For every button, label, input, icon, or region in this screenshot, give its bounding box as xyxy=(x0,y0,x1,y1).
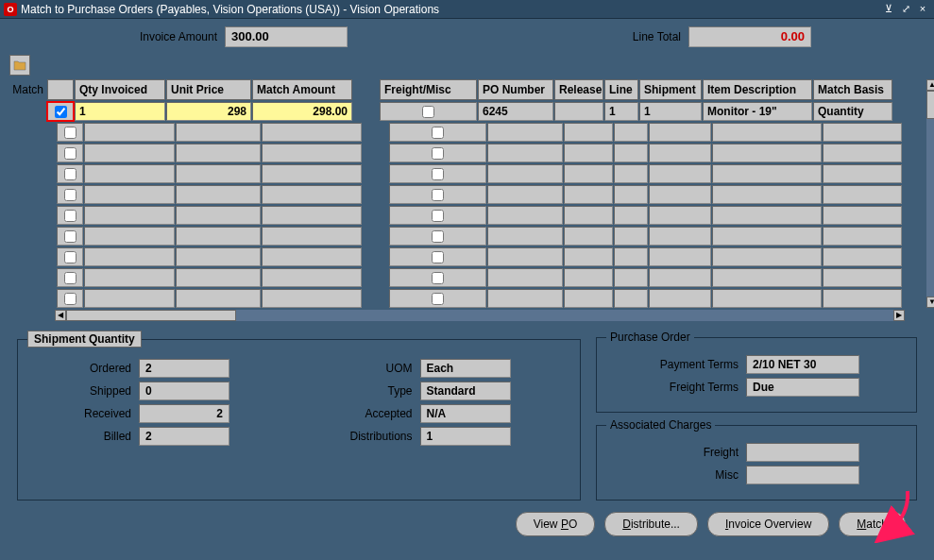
po-number-cell[interactable] xyxy=(487,144,563,162)
unit-price-cell[interactable] xyxy=(176,144,261,162)
line-cell[interactable] xyxy=(614,164,648,183)
scroll-right-icon[interactable]: ▶ xyxy=(893,310,905,321)
ordered-field[interactable]: 2 xyxy=(139,359,229,378)
shipped-field[interactable]: 0 xyxy=(139,382,229,400)
table-row[interactable] xyxy=(47,206,925,225)
vertical-scrollbar[interactable]: ▲ ▼ xyxy=(926,79,934,308)
line-cell[interactable] xyxy=(614,289,648,308)
match-amount-cell[interactable] xyxy=(262,185,362,204)
freight-misc-cell[interactable] xyxy=(389,123,486,142)
col-header-amt[interactable]: Match Amount xyxy=(252,79,352,100)
distributions-field[interactable]: 1 xyxy=(420,427,511,446)
freight-misc-cell[interactable] xyxy=(389,185,486,204)
table-row[interactable] xyxy=(47,185,925,204)
freight-misc-checkbox[interactable] xyxy=(432,210,444,222)
po-number-cell[interactable] xyxy=(487,164,563,183)
table-row[interactable] xyxy=(47,123,925,142)
folder-tool-button[interactable] xyxy=(9,55,30,76)
line-cell[interactable] xyxy=(614,123,648,142)
release-cell[interactable] xyxy=(564,227,613,246)
po-number-cell[interactable] xyxy=(487,268,563,287)
freight-misc-checkbox[interactable] xyxy=(432,189,444,201)
match-amount-cell[interactable] xyxy=(262,227,362,246)
table-row[interactable] xyxy=(47,247,925,266)
unit-price-cell[interactable] xyxy=(176,164,261,183)
item-description-cell[interactable]: Monitor - 19" xyxy=(703,102,812,121)
line-cell[interactable] xyxy=(614,144,648,162)
table-row[interactable] xyxy=(47,227,925,246)
unit-price-cell[interactable] xyxy=(176,268,261,287)
minimize-button[interactable]: ⊻ xyxy=(881,3,896,16)
match-basis-cell[interactable] xyxy=(823,289,902,308)
shipment-cell[interactable] xyxy=(649,123,711,142)
shipment-cell[interactable] xyxy=(649,185,711,204)
freight-misc-checkbox[interactable] xyxy=(432,272,444,284)
match-checkbox[interactable] xyxy=(64,272,76,284)
po-number-cell[interactable] xyxy=(487,289,563,308)
scroll-up-icon[interactable]: ▲ xyxy=(926,79,934,91)
release-cell[interactable] xyxy=(564,123,613,142)
match-checkbox-cell[interactable] xyxy=(57,164,83,183)
match-checkbox[interactable] xyxy=(64,168,76,180)
col-header-po-number[interactable]: PO Number xyxy=(478,79,553,100)
match-checkbox-cell[interactable] xyxy=(57,144,83,162)
freight-misc-checkbox[interactable] xyxy=(432,147,444,160)
po-number-cell[interactable]: 6245 xyxy=(478,102,553,121)
unit-price-cell[interactable] xyxy=(176,123,261,142)
line-cell[interactable]: 1 xyxy=(604,102,638,121)
release-cell[interactable] xyxy=(554,102,603,121)
accepted-field[interactable]: N/A xyxy=(420,404,511,423)
table-row[interactable] xyxy=(47,289,925,308)
match-checkbox[interactable] xyxy=(64,293,76,305)
col-header-description[interactable]: Item Description xyxy=(703,79,812,100)
match-amount-cell[interactable]: 298.00 xyxy=(252,102,352,121)
qty-invoiced-cell[interactable] xyxy=(84,247,175,266)
qty-invoiced-cell[interactable] xyxy=(84,144,175,162)
release-cell[interactable] xyxy=(564,289,613,308)
match-checkbox-cell[interactable] xyxy=(57,206,83,225)
col-header-line[interactable]: Line xyxy=(604,79,638,100)
freight-misc-checkbox[interactable] xyxy=(432,293,444,305)
match-basis-cell[interactable] xyxy=(823,164,902,183)
item-description-cell[interactable] xyxy=(712,227,822,246)
horizontal-scrollbar[interactable]: ◀ ▶ xyxy=(55,310,905,321)
freight-misc-cell[interactable] xyxy=(389,206,486,225)
match-amount-cell[interactable] xyxy=(262,247,362,266)
misc-field[interactable] xyxy=(746,466,859,484)
match-checkbox[interactable] xyxy=(64,147,76,160)
qty-invoiced-cell[interactable] xyxy=(84,206,175,225)
line-cell[interactable] xyxy=(614,227,648,246)
match-checkbox-cell[interactable] xyxy=(57,185,83,204)
item-description-cell[interactable] xyxy=(712,164,822,183)
unit-price-cell[interactable] xyxy=(176,185,261,204)
match-basis-cell[interactable] xyxy=(823,206,902,225)
release-cell[interactable] xyxy=(564,206,613,225)
item-description-cell[interactable] xyxy=(712,268,822,287)
received-field[interactable]: 2 xyxy=(139,404,229,423)
freight-misc-checkbox[interactable] xyxy=(422,106,434,118)
table-row[interactable]: 1298298.00624511Monitor - 19"Quantity xyxy=(47,102,925,121)
scroll-thumb[interactable] xyxy=(926,91,934,119)
match-basis-cell[interactable] xyxy=(823,247,902,266)
line-cell[interactable] xyxy=(614,206,648,225)
view-po-button[interactable]: View PO xyxy=(516,512,596,536)
match-basis-cell[interactable]: Quantity xyxy=(813,102,892,121)
col-header-qty[interactable]: Qty Invoiced xyxy=(75,79,165,100)
match-amount-cell[interactable] xyxy=(262,289,362,308)
item-description-cell[interactable] xyxy=(712,247,822,266)
match-button[interactable]: Match xyxy=(839,512,906,536)
freight-field[interactable] xyxy=(746,443,859,462)
freight-misc-cell[interactable] xyxy=(389,144,486,162)
freight-misc-cell[interactable] xyxy=(380,102,477,121)
freight-misc-checkbox[interactable] xyxy=(432,251,444,263)
shipment-cell[interactable] xyxy=(649,206,711,225)
line-cell[interactable] xyxy=(614,247,648,266)
freight-misc-checkbox[interactable] xyxy=(432,230,444,243)
shipment-cell[interactable] xyxy=(649,268,711,287)
qty-invoiced-cell[interactable]: 1 xyxy=(75,102,165,121)
match-amount-cell[interactable] xyxy=(262,144,362,162)
po-number-cell[interactable] xyxy=(487,206,563,225)
match-checkbox[interactable] xyxy=(55,106,67,118)
item-description-cell[interactable] xyxy=(712,144,822,162)
match-checkbox-cell[interactable] xyxy=(57,289,83,308)
